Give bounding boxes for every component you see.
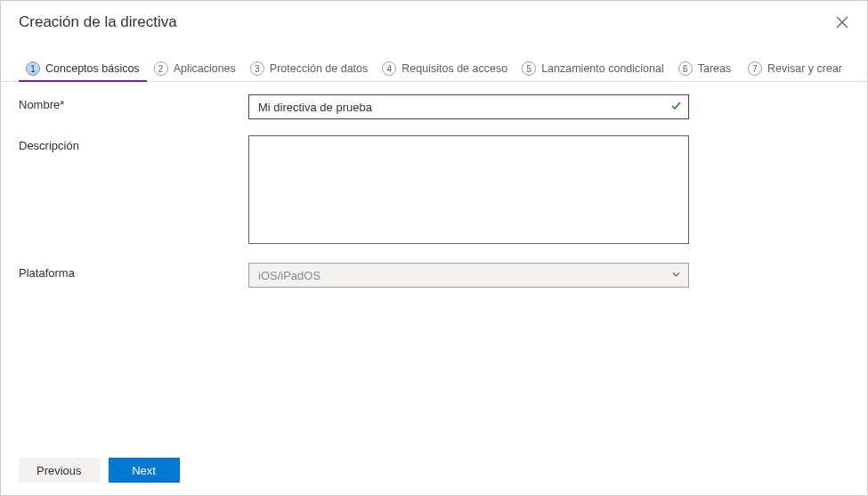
tab-access-requirements[interactable]: 4 Requisitos de acceso [375, 56, 515, 81]
step-number: 4 [382, 61, 396, 76]
name-label: Nombre* [19, 94, 248, 111]
tab-conditional-launch[interactable]: 5 Lanzamiento condicional [515, 56, 671, 81]
tab-data-protection[interactable]: 3 Protección de datos [243, 56, 376, 81]
wizard-tabs: 1 Conceptos básicos 2 Aplicaciones 3 Pro… [1, 40, 867, 82]
previous-button[interactable]: Previous [19, 458, 100, 483]
tab-label: Aplicaciones [174, 62, 236, 75]
next-button[interactable]: Next [109, 458, 180, 483]
tab-assignments[interactable]: 6 Tareas [671, 56, 739, 81]
step-number: 5 [522, 61, 536, 76]
tab-review[interactable]: 7 Revisar y crear [741, 56, 849, 81]
tab-label: Requisitos de acceso [402, 62, 507, 75]
platform-label: Plataforma [19, 263, 248, 280]
description-label: Descripción [19, 135, 248, 152]
step-number: 7 [748, 61, 762, 76]
platform-value: iOS/iPadOS [258, 269, 320, 282]
chevron-down-icon [671, 269, 681, 282]
tab-apps[interactable]: 2 Aplicaciones [147, 56, 243, 81]
tab-basics[interactable]: 1 Conceptos básicos [19, 56, 147, 81]
close-icon[interactable] [835, 15, 849, 29]
step-number: 1 [26, 61, 40, 76]
tab-label: Revisar y crear [767, 62, 842, 75]
name-input[interactable] [248, 94, 689, 119]
tab-label: Conceptos básicos [45, 62, 140, 75]
step-number: 3 [250, 61, 264, 76]
tab-label: Lanzamiento condicional [541, 62, 664, 75]
description-textarea[interactable] [248, 135, 689, 244]
page-title: Creación de la directiva [19, 13, 177, 31]
step-number: 6 [678, 61, 693, 76]
platform-select[interactable]: iOS/iPadOS [248, 263, 689, 288]
tab-label: Tareas [698, 62, 732, 75]
step-number: 2 [154, 61, 168, 76]
tab-label: Protección de datos [270, 62, 369, 75]
